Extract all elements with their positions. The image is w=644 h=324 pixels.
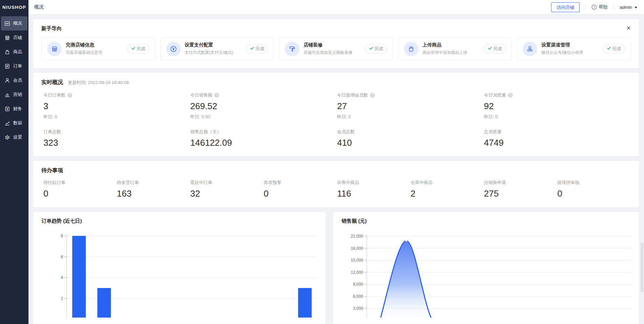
marketing-icon bbox=[4, 92, 10, 98]
check-icon bbox=[250, 46, 254, 52]
help-icon[interactable]: ? bbox=[214, 93, 219, 98]
stat-label-text: 总浏览量 bbox=[484, 129, 502, 135]
stat-label: 会员总数 bbox=[337, 129, 484, 135]
guide-item-upload[interactable]: 上传商品商品管理中添加商品上传完成 bbox=[398, 38, 512, 60]
realtime-updated: 更新时间: 2022-08-10 18:40:08 bbox=[68, 80, 129, 86]
stat-today: 今日浏览量?92昨日: 0 bbox=[484, 92, 631, 120]
yen-circle-icon bbox=[166, 42, 181, 56]
svg-text:12,000: 12,000 bbox=[351, 270, 363, 275]
finance-icon bbox=[4, 106, 10, 112]
stat-value: 92 bbox=[484, 101, 631, 112]
stat-total: 会员总数410 bbox=[337, 129, 484, 148]
todo-item-label: 分销商申请 bbox=[484, 180, 558, 186]
todo-grid: 待付款订单0待发货订单163退款中订单32库存预警0出售中商品116仓库中商品2… bbox=[41, 180, 631, 199]
breadcrumb: 概况 bbox=[34, 4, 551, 10]
status-badge: 完成 bbox=[246, 44, 268, 54]
todo-item-label: 退款中订单 bbox=[190, 180, 264, 186]
stat-today: 今日新增会员数?27昨日: 0 bbox=[337, 92, 484, 120]
stat-label: 今日销售额? bbox=[190, 92, 337, 98]
status-badge: 完成 bbox=[365, 44, 387, 54]
stat-total: 总浏览量4749 bbox=[484, 129, 631, 148]
guide-title: 新手导向 bbox=[41, 25, 62, 32]
scrollbar-thumb[interactable] bbox=[641, 242, 643, 292]
stat-label: 今日浏览量? bbox=[484, 92, 631, 98]
sidebar-item-order[interactable]: 订单 bbox=[0, 59, 28, 73]
guide-items: 完善店铺信息完善店铺基础信息等完成设置支付配置支付方式配置(支付宝/微信)完成店… bbox=[41, 38, 631, 60]
sidebar-item-settings[interactable]: 设置 bbox=[0, 130, 28, 144]
stat-label: 今日新增会员数? bbox=[337, 92, 484, 98]
sidebar-item-label: 会员 bbox=[13, 77, 22, 83]
sidebar-item-data[interactable]: 数据 bbox=[0, 116, 28, 130]
member-icon bbox=[4, 78, 10, 83]
question-circle-icon: ? bbox=[591, 4, 597, 10]
todo-item: 出售中商品116 bbox=[337, 180, 411, 199]
close-icon[interactable]: × bbox=[626, 25, 631, 31]
status-badge-label: 完成 bbox=[137, 46, 145, 52]
order-trend-card: 订单趋势 (近七日) 2468 bbox=[33, 212, 326, 324]
svg-text:6: 6 bbox=[61, 255, 63, 259]
guide-item-desc: 完善店铺基础信息等 bbox=[66, 50, 127, 56]
svg-text:?: ? bbox=[593, 5, 595, 9]
sidebar-item-marketing[interactable]: 营销 bbox=[0, 87, 28, 102]
svg-text:8: 8 bbox=[61, 234, 63, 238]
stat-label-text: 会员总数 bbox=[337, 129, 355, 135]
guide-item-channel[interactable]: 设置渠道管理微信公众号/微信小程序完成 bbox=[517, 38, 631, 60]
help-icon[interactable]: ? bbox=[370, 93, 375, 98]
guide-item-decorate[interactable]: 店铺装修店铺可实现自定义模板装修完成 bbox=[279, 38, 393, 60]
guide-item-payment[interactable]: 设置支付配置支付方式配置(支付宝/微信)完成 bbox=[160, 38, 274, 60]
todo-item-value: 275 bbox=[484, 188, 558, 199]
channel-icon bbox=[523, 42, 537, 56]
sidebar-item-goods[interactable]: 商品 bbox=[0, 45, 28, 59]
stat-label: 总浏览量 bbox=[484, 129, 631, 135]
sidebar-item-overview[interactable]: 概况 bbox=[1, 16, 27, 31]
stat-label: 订单总数 bbox=[43, 129, 190, 135]
topbar-divider bbox=[613, 5, 614, 9]
guide-item-shop-info[interactable]: 完善店铺信息完善店铺基础信息等完成 bbox=[41, 38, 155, 60]
svg-text:21,000: 21,000 bbox=[351, 234, 363, 239]
svg-text:9,000: 9,000 bbox=[353, 282, 363, 287]
todo-item-label: 待付款订单 bbox=[43, 180, 117, 186]
sidebar-item-finance[interactable]: 财务 bbox=[0, 102, 28, 116]
realtime-title: 实时概况 bbox=[41, 79, 63, 86]
stat-total: 订单总数323 bbox=[43, 129, 190, 148]
guide-item-texts: 完善店铺信息完善店铺基础信息等 bbox=[66, 42, 127, 56]
guide-item-desc: 微信公众号/微信小程序 bbox=[541, 50, 603, 56]
user-menu[interactable]: admin bbox=[620, 5, 637, 10]
visit-shop-button[interactable]: 访问店铺 bbox=[551, 2, 580, 12]
stat-label-text: 今日新增会员数 bbox=[337, 92, 368, 98]
sidebar-item-label: 财务 bbox=[13, 106, 22, 112]
stat-value: 146122.09 bbox=[190, 138, 337, 148]
stat-total: 销售总额（元）146122.09 bbox=[190, 129, 337, 148]
todo-item-value: 0 bbox=[558, 188, 631, 199]
guide-item-title: 设置渠道管理 bbox=[541, 42, 603, 48]
stat-label: 销售总额（元） bbox=[190, 129, 337, 135]
sales-chart-title: 销售额 (元) bbox=[341, 218, 631, 224]
sidebar-item-member[interactable]: 会员 bbox=[0, 73, 28, 87]
order-trend-chart: 2468 bbox=[41, 230, 317, 318]
todo-section: 待办事项 待付款订单0待发货订单163退款中订单32库存预警0出售中商品116仓… bbox=[33, 161, 639, 207]
help-icon[interactable]: ? bbox=[508, 93, 513, 98]
sidebar-item-label: 概况 bbox=[13, 20, 22, 26]
settings-icon bbox=[4, 135, 10, 140]
order-trend-title: 订单趋势 (近七日) bbox=[41, 218, 317, 224]
help-link[interactable]: ? 帮助 bbox=[591, 4, 608, 10]
help-icon[interactable]: ? bbox=[67, 93, 72, 98]
sidebar-item-label: 店铺 bbox=[13, 35, 22, 41]
username: admin bbox=[620, 5, 632, 10]
paint-roller-icon bbox=[285, 42, 299, 56]
stat-label-text: 销售总额（元） bbox=[190, 129, 221, 135]
todo-item-value: 0 bbox=[264, 188, 337, 199]
stat-label-text: 今日浏览量 bbox=[484, 92, 506, 98]
sidebar-item-shop[interactable]: 店铺 bbox=[0, 31, 28, 45]
todo-label-text: 分销商申请 bbox=[484, 180, 506, 186]
sidebar: NIUSHOP 概况店铺商品订单会员营销财务数据设置 bbox=[0, 0, 28, 324]
overview-icon bbox=[4, 21, 10, 26]
stat-label: 今日订单数? bbox=[43, 92, 190, 98]
svg-text:15,000: 15,000 bbox=[351, 258, 363, 263]
stat-value: 4749 bbox=[484, 138, 631, 148]
guide-item-title: 完善店铺信息 bbox=[66, 42, 127, 48]
check-icon bbox=[607, 46, 611, 52]
sidebar-menu: 概况店铺商品订单会员营销财务数据设置 bbox=[0, 15, 28, 144]
svg-text:2: 2 bbox=[61, 296, 63, 301]
todo-item: 仓库中商品2 bbox=[411, 180, 484, 199]
